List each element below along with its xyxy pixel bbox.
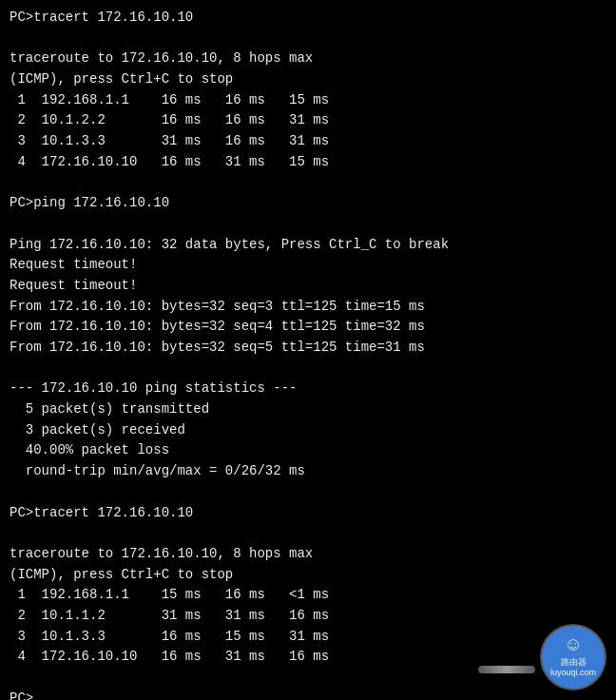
terminal-line: 3 10.1.3.3 31 ms 16 ms 31 ms <box>10 131 606 152</box>
terminal-line <box>10 173 606 194</box>
terminal-line: Ping 172.16.10.10: 32 data bytes, Press … <box>10 235 606 256</box>
terminal-line: 1 192.168.1.1 16 ms 16 ms 15 ms <box>10 90 606 111</box>
terminal-line <box>10 482 606 503</box>
terminal-line <box>10 523 606 544</box>
terminal-line: traceroute to 172.16.10.10, 8 hops max <box>10 49 606 69</box>
watermark-badge: ☺ 路由器luyouqi.com <box>540 624 606 690</box>
terminal-line: 3 packet(s) received <box>10 420 606 441</box>
terminal-line: (ICMP), press Ctrl+C to stop <box>10 565 606 586</box>
terminal-line: PC>tracert 172.16.10.10 <box>10 503 606 524</box>
terminal-line: PC>tracert 172.16.10.10 <box>10 8 606 29</box>
terminal-line: From 172.16.10.10: bytes=32 seq=3 ttl=12… <box>10 297 606 318</box>
terminal-line: --- 172.16.10.10 ping statistics --- <box>10 379 606 399</box>
terminal-line: round-trip min/avg/max = 0/26/32 ms <box>10 461 606 482</box>
terminal-line: 5 packet(s) transmitted <box>10 399 606 420</box>
terminal-line: traceroute to 172.16.10.10, 8 hops max <box>10 544 606 565</box>
watermark-text: 路由器luyouqi.com <box>550 657 596 678</box>
scroll-bar[interactable] <box>478 666 535 673</box>
terminal-output: PC>tracert 172.16.10.10 traceroute to 17… <box>10 8 606 700</box>
terminal-line: 4 172.16.10.10 16 ms 31 ms 16 ms <box>10 647 606 668</box>
terminal-line <box>10 359 606 379</box>
terminal-line <box>10 29 606 49</box>
terminal-line: 4 172.16.10.10 16 ms 31 ms 15 ms <box>10 152 606 173</box>
terminal-line: 2 10.1.2.2 16 ms 16 ms 31 ms <box>10 110 606 131</box>
terminal-line: (ICMP), press Ctrl+C to stop <box>10 69 606 90</box>
terminal-line: PC> <box>10 689 606 700</box>
terminal-line <box>10 214 606 235</box>
terminal-line: 1 192.168.1.1 15 ms 16 ms <1 ms <box>10 585 606 606</box>
terminal-line: Request timeout! <box>10 255 606 276</box>
terminal-line: From 172.16.10.10: bytes=32 seq=5 ttl=12… <box>10 338 606 359</box>
terminal-line: 3 10.1.3.3 16 ms 15 ms 31 ms <box>10 627 606 648</box>
terminal-window: PC>tracert 172.16.10.10 traceroute to 17… <box>0 0 616 700</box>
terminal-line: 2 10.1.1.2 31 ms 31 ms 16 ms <box>10 606 606 627</box>
terminal-line: Request timeout! <box>10 276 606 297</box>
terminal-line: 40.00% packet loss <box>10 440 606 461</box>
terminal-line: PC>ping 172.16.10.10 <box>10 193 606 214</box>
terminal-line: From 172.16.10.10: bytes=32 seq=4 ttl=12… <box>10 317 606 338</box>
watermark-icon: ☺ <box>568 636 579 655</box>
